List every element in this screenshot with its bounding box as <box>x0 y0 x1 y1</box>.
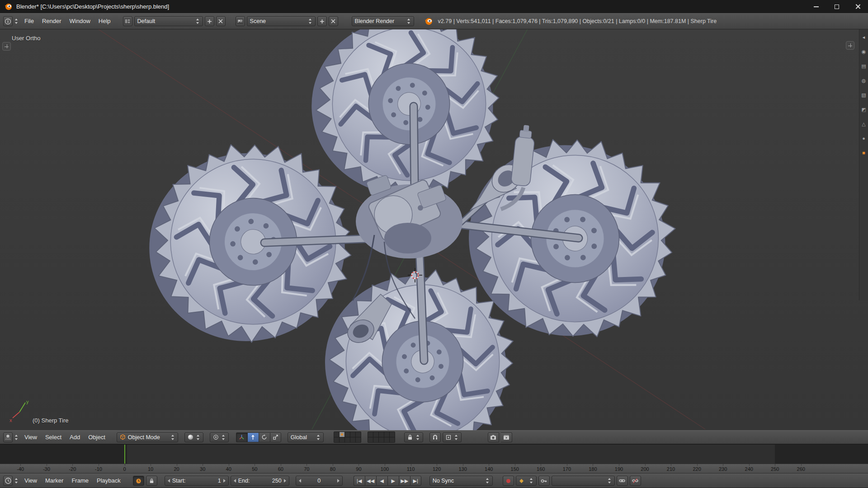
add-scene-button[interactable] <box>317 16 327 26</box>
sync-dropdown[interactable]: No Sync <box>429 476 493 486</box>
menu-marker[interactable]: Marker <box>41 476 67 486</box>
current-frame-field[interactable]: 0 <box>296 476 343 486</box>
snap-element-dropdown[interactable] <box>443 432 462 442</box>
menu-object[interactable]: Object <box>84 432 109 442</box>
world-tab-icon[interactable]: ◍ <box>862 78 866 83</box>
end-frame-field[interactable]: End: 250 <box>231 476 289 486</box>
scale-manipulator-button[interactable] <box>270 432 281 442</box>
menu-help[interactable]: Help <box>94 16 115 26</box>
layers-block-1[interactable] <box>334 432 361 443</box>
translate-manipulator-button[interactable] <box>247 432 259 442</box>
menu-render[interactable]: Render <box>38 16 66 26</box>
insert-keyframes-button[interactable] <box>617 476 628 486</box>
current-frame-indicator[interactable] <box>124 445 125 464</box>
keying-set-button[interactable] <box>538 476 550 486</box>
menu-file[interactable]: File <box>20 16 38 26</box>
screen-layout-browse-button[interactable] <box>123 16 132 26</box>
decrement-icon[interactable] <box>168 479 170 483</box>
opengl-render-button[interactable] <box>488 432 499 442</box>
layer-cell[interactable] <box>368 432 373 437</box>
editor-type-button[interactable] <box>3 432 13 442</box>
layer-cell[interactable] <box>384 432 389 437</box>
layers-block-2[interactable] <box>368 432 395 443</box>
layer-cell[interactable] <box>350 432 355 437</box>
toolshelf-expand-tab[interactable] <box>2 42 11 51</box>
scene-browse-button[interactable] <box>236 16 245 26</box>
increment-icon[interactable] <box>284 479 286 483</box>
snap-toggle-button[interactable] <box>429 432 441 442</box>
layer-cell[interactable] <box>373 432 378 437</box>
object-tab-icon[interactable]: ■ <box>862 150 865 155</box>
play-button[interactable]: ▶ <box>387 476 399 486</box>
jump-to-start-button[interactable]: |◀ <box>354 476 365 486</box>
collapse-arrow-icon[interactable]: ◂ <box>863 35 865 40</box>
layer-cell[interactable] <box>384 437 389 442</box>
render-engine-dropdown[interactable]: Blender Render <box>352 16 414 26</box>
menu-add[interactable]: Add <box>66 432 84 442</box>
increment-icon[interactable] <box>337 479 340 483</box>
decrement-icon[interactable] <box>299 479 301 483</box>
scene-tab-icon[interactable]: ▤ <box>861 64 866 69</box>
close-button[interactable] <box>847 0 868 13</box>
layer-cell[interactable] <box>390 432 395 437</box>
properties-expand-tab[interactable] <box>846 41 854 50</box>
modifiers-tab-icon[interactable]: ◩ <box>861 107 866 112</box>
editor-type-button[interactable] <box>3 16 13 26</box>
menu-frame[interactable]: Frame <box>67 476 93 486</box>
keying-mode-dropdown[interactable] <box>516 476 537 486</box>
previous-keyframe-button[interactable]: ◀◀ <box>365 476 376 486</box>
pivot-point-dropdown[interactable] <box>210 432 229 442</box>
lock-to-scene-dropdown[interactable] <box>404 432 423 442</box>
viewport-shading-dropdown[interactable] <box>184 432 203 442</box>
play-reverse-button[interactable]: ◀ <box>376 476 387 486</box>
layer-cell[interactable] <box>340 432 344 437</box>
timeline-track[interactable] <box>0 444 868 464</box>
decrement-icon[interactable] <box>234 479 236 483</box>
layer-cell[interactable] <box>340 437 344 442</box>
editor-type-dropdown-icon[interactable] <box>14 478 19 483</box>
increment-icon[interactable] <box>223 479 226 483</box>
editor-type-dropdown-icon[interactable] <box>14 19 19 24</box>
data-tab-icon[interactable]: △ <box>862 122 865 127</box>
active-keying-set-field[interactable] <box>552 476 615 486</box>
layer-cell[interactable] <box>334 432 339 437</box>
layer-cell[interactable] <box>350 437 355 442</box>
layer-cell[interactable] <box>390 437 395 442</box>
jump-to-end-button[interactable]: ▶| <box>410 476 421 486</box>
manipulator-toggle-button[interactable] <box>236 432 247 442</box>
layer-cell[interactable] <box>345 437 350 442</box>
editor-type-button[interactable] <box>3 476 13 486</box>
delete-keyframes-button[interactable] <box>630 476 641 486</box>
delete-screen-layout-button[interactable] <box>216 16 226 26</box>
properties-editor-strip[interactable]: ◂◉▤◍▧◩△●■ <box>859 29 868 300</box>
add-screen-layout-button[interactable] <box>205 16 214 26</box>
timeline-ruler[interactable]: -40-30-20-100102030405060708090100110120… <box>0 464 868 474</box>
menu-playback[interactable]: Playback <box>93 476 125 486</box>
layer-cell[interactable] <box>345 432 350 437</box>
editor-type-dropdown-icon[interactable] <box>14 435 19 440</box>
mode-dropdown[interactable]: Object Mode <box>117 432 178 442</box>
layer-cell[interactable] <box>379 437 384 442</box>
maximize-button[interactable] <box>826 0 847 13</box>
start-frame-field[interactable]: Start: 1 <box>165 476 229 486</box>
lock-time-toggle-button[interactable] <box>146 476 157 486</box>
delete-scene-button[interactable] <box>329 16 338 26</box>
layer-cell[interactable] <box>368 437 373 442</box>
layer-cell[interactable] <box>373 437 378 442</box>
minimize-button[interactable] <box>806 0 826 13</box>
menu-select[interactable]: Select <box>41 432 66 442</box>
transform-orientation-dropdown[interactable]: Global <box>288 432 324 442</box>
constraints-tab-icon[interactable]: ▧ <box>861 93 866 98</box>
material-tab-icon[interactable]: ● <box>862 136 865 141</box>
layer-cell[interactable] <box>356 437 361 442</box>
next-keyframe-button[interactable]: ▶▶ <box>399 476 410 486</box>
menu-view[interactable]: View <box>20 476 41 486</box>
scene-field[interactable]: Scene <box>247 16 316 26</box>
menu-view[interactable]: View <box>20 432 41 442</box>
autokey-record-button[interactable] <box>503 476 514 486</box>
layer-cell[interactable] <box>334 437 339 442</box>
rotate-manipulator-button[interactable] <box>259 432 270 442</box>
screen-layout-field[interactable]: Default <box>134 16 203 26</box>
layer-cell[interactable] <box>379 432 384 437</box>
render-tab-icon[interactable]: ◉ <box>862 49 866 54</box>
